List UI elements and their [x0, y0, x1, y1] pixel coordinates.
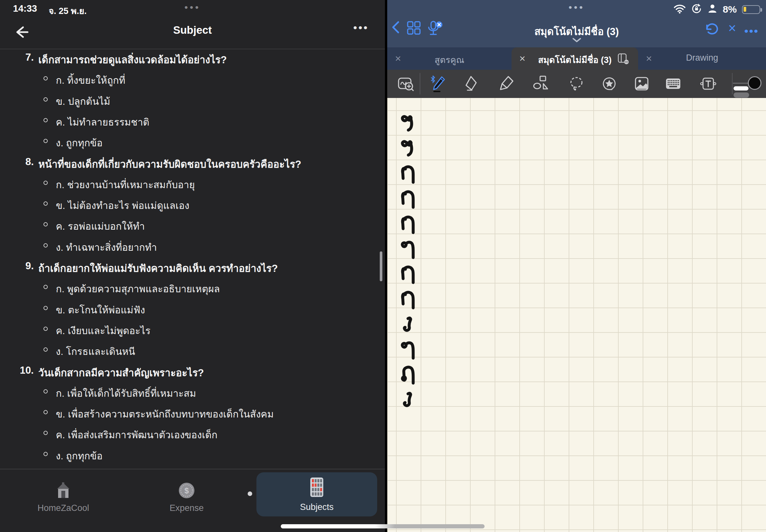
handwritten-letter [399, 114, 418, 134]
toolbar-divider [732, 73, 733, 94]
current-color-dot[interactable] [748, 76, 761, 90]
tab-label: HomeZaCool [11, 503, 115, 513]
lasso-tool-icon [567, 89, 586, 94]
bullet-circle-icon [43, 389, 48, 393]
svg-text:$: $ [184, 486, 189, 495]
page-layout-icon [617, 53, 630, 66]
screen: 14:33 จ. 25 พ.ย. ••• Subject ••• 7. เด็ก… [0, 0, 766, 532]
option-row[interactable]: ข. ปลูกต้นไม้ [0, 90, 376, 110]
image-tool[interactable] [632, 74, 651, 94]
stroke-preset-thick[interactable] [734, 86, 748, 91]
left-header: Subject ••• [0, 18, 385, 49]
option-row[interactable]: ง. ทำเฉพาะสิ่งที่อยากทำ [0, 236, 376, 256]
question-row: 10. วันเด็กสากลมีความสำคัญเพราะอะไร? [0, 361, 376, 381]
stroke-presets [730, 73, 765, 96]
question-row: 9. ถ้าเด็กอยากให้พ่อแม่รับฟังความคิดเห็น… [0, 256, 376, 277]
question-list[interactable]: 7. เด็กสามารถช่วยดูแลสิ่งแวดล้อมได้อย่าง… [0, 49, 385, 468]
notebook-nav-bar: สมุดโน้ตไม่มีชื่อ (3) × ••• [387, 16, 766, 47]
option-row[interactable]: ข. เพื่อสร้างความตระหนักถึงบทบาทของเด็กใ… [0, 402, 376, 423]
tab-expense[interactable]: $ Expense [135, 472, 238, 527]
option-row[interactable]: ก. พูดด้วยความสุภาพและอธิบายเหตุผล [0, 277, 376, 298]
multitask-dots-icon[interactable]: ••• [0, 2, 385, 13]
image-tool-icon [632, 89, 651, 94]
question-number: 8. [9, 156, 34, 168]
handwritten-letter [399, 189, 418, 210]
option-row[interactable]: ค. เพื่อส่งเสริมการพัฒนาตัวเองของเด็ก [0, 423, 376, 444]
pen-tool-icon [429, 89, 448, 94]
eraser-tool[interactable] [461, 74, 480, 94]
option-text: ข. ตะโกนให้พ่อแม่ฟัง [56, 302, 145, 318]
pen-tool[interactable] [429, 74, 448, 94]
more-button[interactable]: ••• [353, 21, 369, 34]
close-button[interactable]: × [728, 21, 736, 35]
option-row[interactable]: ก. เพื่อให้เด็กได้รับสิทธิ์ที่เหมาะสม [0, 381, 376, 402]
option-text: ข. เพื่อสร้างความตระหนักถึงบทบาทของเด็กใ… [56, 406, 273, 422]
eraser-tool-icon [461, 89, 480, 94]
question-row: 7. เด็กสามารถช่วยดูแลสิ่งแวดล้อมได้อย่าง… [0, 49, 376, 68]
question-row: 8. หน้าที่ของเด็กที่เกี่ยวกับความรับผิดช… [0, 152, 376, 173]
text-tool[interactable] [699, 74, 718, 94]
option-text: ก. พูดด้วยความสุภาพและอธิบายเหตุผล [56, 281, 220, 296]
handwritten-letter [399, 314, 418, 335]
home-indicator[interactable] [281, 524, 485, 528]
handwritten-letter [399, 214, 418, 235]
lasso-tool[interactable] [567, 74, 586, 94]
stroke-preset-medium[interactable] [734, 92, 749, 98]
left-app: 14:33 จ. 25 พ.ย. ••• Subject ••• 7. เด็ก… [0, 0, 385, 532]
option-row[interactable]: ก. ช่วยงานบ้านที่เหมาะสมกับอายุ [0, 173, 376, 194]
option-text: ค. เงียบและไม่พูดอะไร [56, 323, 151, 338]
document-tab[interactable]: × สูตรคูณ [387, 47, 512, 70]
keyboard-tool[interactable] [663, 74, 683, 94]
handwritten-letter [399, 164, 418, 185]
bullet-circle-icon [43, 243, 48, 248]
question-number: 9. [9, 260, 34, 272]
option-row[interactable]: ง. โกรธและเดินหนี [0, 340, 376, 360]
option-text: ข. ไม่ต้องทำอะไร พ่อแม่ดูแลเอง [56, 198, 189, 213]
more-button[interactable]: ••• [744, 25, 759, 37]
option-text: ก. ช่วยงานบ้านที่เหมาะสมกับอายุ [56, 177, 195, 192]
option-row[interactable]: ค. เงียบและไม่พูดอะไร [0, 319, 376, 340]
sticker-tool-icon [600, 89, 619, 94]
option-row[interactable]: ง. ถูกทุกข้อ [0, 444, 376, 465]
stroke-slider-line [733, 83, 750, 84]
tab-subjects[interactable]: Subjects [256, 472, 377, 516]
handwritten-letter [399, 390, 418, 410]
zoom-window-tool[interactable] [396, 74, 416, 94]
bullet-circle-icon [43, 431, 48, 435]
chevron-down-icon[interactable] [572, 38, 582, 44]
wifi-icon [674, 4, 686, 15]
document-tab[interactable]: × สมุดโน้ตไม่มีชื่อ (3) [512, 47, 638, 70]
shapes-tool[interactable] [532, 74, 551, 94]
option-row[interactable]: ค. รอพ่อแม่บอกให้ทำ [0, 214, 376, 235]
split-view-divider[interactable] [385, 0, 387, 532]
option-text: ก. เพื่อให้เด็กได้รับสิทธิ์ที่เหมาะสม [56, 386, 196, 401]
shapes-tool-icon [532, 89, 551, 94]
right-status-bar: ••• [387, 0, 766, 16]
option-row[interactable]: ข. ตะโกนให้พ่อแม่ฟัง [0, 298, 376, 319]
tab-homezacool[interactable]: HomeZaCool [11, 472, 115, 527]
scrollbar-thumb[interactable] [380, 251, 382, 281]
zoom-window-tool-icon [397, 89, 416, 94]
option-text: ง. ถูกทุกข้อ [56, 448, 103, 464]
tab-title: สูตรคูณ [387, 53, 512, 67]
highlighter-tool[interactable] [497, 74, 517, 94]
note-canvas[interactable] [387, 98, 766, 532]
page-title: Subject [0, 24, 385, 36]
bullet-circle-icon [43, 327, 48, 331]
bullet-circle-icon [43, 181, 48, 185]
battery-percent: 8% [723, 4, 737, 15]
option-row[interactable]: ก. ทิ้งขยะให้ถูกที่ [0, 68, 376, 89]
option-row[interactable]: ง. ถูกทุกข้อ [0, 131, 376, 152]
question-text: ถ้าเด็กอยากให้พ่อแม่รับฟังความคิดเห็น คว… [38, 260, 278, 276]
bullet-circle-icon [43, 285, 48, 289]
sticker-tool[interactable] [600, 74, 619, 94]
document-tab[interactable]: × Drawing [638, 47, 766, 70]
bullet-circle-icon [43, 201, 48, 206]
handwritten-letter [399, 340, 418, 360]
question-text: เด็กสามารถช่วยดูแลสิ่งแวดล้อมได้อย่างไร? [38, 52, 227, 68]
option-row[interactable]: ค. ไม่ทำลายธรรมชาติ [0, 110, 376, 131]
option-row[interactable]: ข. ไม่ต้องทำอะไร พ่อแม่ดูแลเอง [0, 194, 376, 214]
undo-button[interactable] [704, 21, 719, 37]
battery-fill [744, 7, 746, 12]
option-text: ค. รอพ่อแม่บอกให้ทำ [56, 219, 145, 234]
